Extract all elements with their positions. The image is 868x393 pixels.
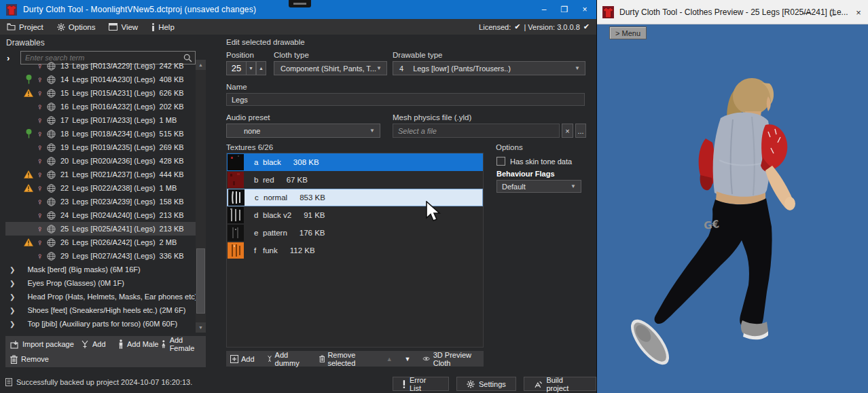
scrollbar-thumb[interactable] [196,248,205,314]
minimize-button[interactable]: – [539,5,549,14]
add-button[interactable]: Add [79,337,108,351]
globe-icon [47,62,56,71]
position-increment-icon[interactable]: ▲ [256,61,266,75]
texture-thumbnail [228,242,244,259]
main-window: Durty Cloth Tool - MoonlightVNew5.dctpro… [0,0,596,393]
maximize-button[interactable]: ❐ [560,5,569,14]
drawable-item-14[interactable]: ♀14Legs [R014/A230] (Legs)408 KB [5,73,196,86]
audio-preset-dropdown[interactable]: none ▼ [226,124,380,138]
name-input[interactable]: Legs [226,93,585,106]
drawable-item-22[interactable]: ♀22Legs [R022/A238] (Legs)1 MB [5,181,196,195]
behaviour-flags-dropdown[interactable]: Default ▼ [496,180,581,193]
female-symbol-icon: ♀ [35,129,44,139]
drawable-item-16[interactable]: ♀16Legs [R016/A232] (Legs)202 KB [5,100,196,113]
female-symbol-icon: ♀ [35,170,44,180]
remove-button[interactable]: Remove [8,352,51,366]
texture-thumbnail [228,189,245,206]
tree-scrollbar[interactable]: ▲ ▼ [196,60,206,333]
texture-list: ablack308 KBbred67 KBcnormal853 KBdblack… [226,153,484,348]
error-list-button[interactable]: Error List [393,377,449,391]
add-gender-icon [81,340,89,349]
maximize-button[interactable]: □ [828,7,837,18]
import-package-button[interactable]: Import package [8,337,76,351]
license-status: Licensed: ✔ | Version: 3.0.0.8 ✔ [479,19,590,35]
warning-triangle-icon [24,238,33,246]
position-decrement-icon[interactable]: ▼ [246,61,256,75]
settings-button[interactable]: Settings [456,377,516,391]
female-symbol-icon: ♀ [35,102,44,112]
mesh-browse-button[interactable]: ... [575,124,586,138]
chevron-down-icon: ▼ [369,128,380,134]
menu-help[interactable]: Help [145,19,181,35]
menu-view[interactable]: View [102,19,145,35]
info-icon [151,23,155,31]
globe-icon [47,143,56,152]
globe-icon [47,225,56,233]
cloth-type-dropdown[interactable]: Component (Shirt, Pants, T... ▼ [274,61,387,75]
mesh-clear-icon[interactable]: × [562,124,573,138]
drawable-item-29[interactable]: ♀29Legs [R027/A243] (Legs)336 KB [5,249,196,263]
texture-item-c[interactable]: cnormal853 KB [227,189,483,206]
category-item[interactable]: ❯Mask [berd] (Big masks) (6M 16F) [5,263,196,276]
chevron-down-icon: ▼ [575,65,585,71]
move-up-icon[interactable]: ▲ [382,356,397,362]
drawable-item-25[interactable]: ♀25Legs [R025/A241] (Legs)213 KB [5,222,196,236]
globe-icon [47,157,56,166]
has-skin-tone-checkbox[interactable]: Has skin tone data [496,157,572,166]
scroll-up-icon[interactable]: ▲ [196,60,206,70]
menu-options[interactable]: Options [50,19,103,35]
viewport-3d[interactable]: G€ [597,24,868,393]
drawable-item-19[interactable]: ♀19Legs [R019/A235] (Legs)269 KB [5,141,196,154]
drawable-item-21[interactable]: ♀21Legs [R021/A237] (Legs)444 KB [5,168,196,181]
window-title: Durty Cloth Tool - MoonlightVNew5.dctpro… [23,5,256,14]
texture-item-e[interactable]: epattern176 KB [227,224,483,242]
texture-remove-button[interactable]: Remove selected [315,351,378,367]
drawable-item-13[interactable]: ♀13Legs [R013/A229] (Legs)242 KB [5,61,196,73]
globe-icon [47,184,56,193]
drawable-type-label: Drawable type [393,51,443,59]
globe-icon [47,75,56,84]
category-item[interactable]: ❯Shoes [feet] (Sneakers/High heels etc.)… [5,303,196,317]
drawable-type-dropdown[interactable]: 4 Legs [lowr] (Pants/Trousers..) ▼ [393,61,585,75]
green-pin-icon [26,75,32,84]
close-button[interactable]: × [580,5,590,14]
position-value[interactable]: 25 [226,61,247,75]
texture-item-d[interactable]: dblack v291 KB [227,206,483,224]
female-symbol-icon: ♀ [35,75,44,85]
texture-item-b[interactable]: bred67 KB [227,171,483,189]
close-button[interactable]: × [854,7,863,18]
drawable-item-23[interactable]: ♀23Legs [R023/A239] (Legs)158 KB [5,195,196,208]
build-tools-icon [534,380,543,388]
category-item[interactable]: ❯Top [jbib] (Auxiliary parts for torso) … [5,317,196,331]
check-icon: ✔ [514,22,520,31]
minimize-button[interactable]: — [802,7,812,18]
texture-thumbnail [228,154,244,170]
preview-cloth-button[interactable]: 3D Preview Cloth [418,351,484,367]
drawable-item-20[interactable]: ♀20Legs [R020/A236] (Legs)428 KB [5,154,196,168]
scroll-down-icon[interactable]: ▼ [196,322,206,333]
category-item[interactable]: ❯Head Prop (Hats, Helmets, Masks, Ear ph… [5,290,196,303]
checkbox-icon [496,157,505,166]
drawable-item-15[interactable]: ♀15Legs [R015/A231] (Legs)626 KB [5,86,196,100]
document-icon [5,378,12,386]
warning-triangle-icon [24,184,33,192]
texture-add-dummy-button[interactable]: Add dummy [263,351,311,367]
drawable-item-26[interactable]: ♀26Legs [R026/A242] (Legs)2 MB [5,236,196,249]
category-item[interactable]: ❯Eyes Prop (Glasses) (0M 1F) [5,276,196,290]
drawable-item-24[interactable]: ♀24Legs [R024/A240] (Legs)213 KB [5,208,196,222]
build-project-button[interactable]: Build project [524,377,596,391]
drawable-item-18[interactable]: ♀18Legs [R018/A234] (Legs)515 KB [5,127,196,141]
male-person-icon [118,339,124,349]
chevron-down-icon: ▼ [376,65,386,71]
add-male-button[interactable]: Add Male [116,337,160,351]
drawable-item-17[interactable]: ♀17Legs [R017/A233] (Legs)1 MB [5,113,196,127]
texture-add-button[interactable]: Add [226,351,259,367]
exclamation-icon [403,380,405,388]
add-female-button[interactable]: Add Female [159,337,206,351]
menu-project[interactable]: Project [0,19,50,35]
mesh-file-input[interactable]: Select a file [393,124,560,138]
texture-item-a[interactable]: ablack308 KB [227,153,483,171]
preview-menu-button[interactable]: > Menu [609,26,647,39]
texture-item-f[interactable]: ffunk112 KB [227,242,483,259]
move-down-icon[interactable]: ▼ [401,356,415,362]
